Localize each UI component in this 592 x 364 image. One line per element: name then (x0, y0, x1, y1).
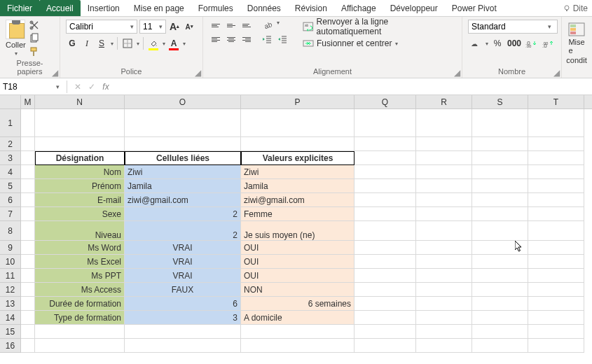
chevron-down-icon[interactable]: ▾ (127, 23, 137, 30)
cell[interactable] (21, 339, 35, 353)
accounting-format-button[interactable]: ☁ (468, 36, 483, 50)
cell[interactable] (354, 179, 416, 193)
cell[interactable]: Niveau (35, 221, 125, 241)
col-header-Q[interactable]: Q (354, 95, 416, 108)
cell[interactable] (416, 193, 472, 207)
cell[interactable] (472, 325, 528, 339)
cell[interactable]: Je suis moyen (ne) (241, 221, 354, 241)
cell[interactable]: Nom (35, 165, 125, 179)
font-name-input[interactable] (67, 22, 127, 31)
cell[interactable] (416, 241, 472, 255)
cell[interactable] (416, 311, 472, 325)
cell[interactable] (472, 297, 528, 311)
cell[interactable]: Ms PPT (35, 269, 125, 283)
percent-button[interactable]: % (490, 36, 505, 50)
cell[interactable]: Durée de formation (35, 297, 125, 311)
cell[interactable] (125, 109, 241, 137)
cell[interactable] (416, 269, 472, 283)
cell[interactable]: Type de formation (35, 311, 125, 325)
cell[interactable] (241, 137, 354, 151)
table-header[interactable]: Désignation (35, 151, 125, 165)
select-all-corner[interactable] (0, 95, 21, 108)
cell[interactable] (354, 207, 416, 221)
cell[interactable]: Ms Excel (35, 255, 125, 269)
tab-home[interactable]: Accueil (39, 0, 81, 16)
cell[interactable]: 3 (125, 311, 241, 325)
row-header-9[interactable]: 9 (0, 241, 20, 255)
cell[interactable] (354, 297, 416, 311)
cell[interactable] (416, 151, 472, 165)
cell[interactable] (35, 137, 125, 151)
cell[interactable]: Sexe (35, 207, 125, 221)
cell[interactable]: ziwi@gmail.com (125, 193, 241, 207)
paste-dropdown-icon[interactable]: ▾ (15, 50, 18, 57)
font-launcher-icon[interactable]: ◢ (194, 69, 201, 76)
cell[interactable] (354, 221, 416, 241)
cell[interactable] (416, 283, 472, 297)
cell[interactable] (472, 165, 528, 179)
row-header-16[interactable]: 16 (0, 339, 20, 353)
cut-icon[interactable] (29, 20, 40, 31)
cell[interactable] (528, 193, 584, 207)
tab-data[interactable]: Données (240, 0, 288, 16)
font-color-button[interactable]: A (167, 36, 180, 50)
orientation-button[interactable]: ab (261, 20, 275, 31)
cell[interactable] (528, 109, 584, 137)
underline-dropdown-icon[interactable]: ▾ (111, 41, 113, 47)
cell[interactable]: Jamila (125, 179, 241, 193)
row-header-13[interactable]: 13 (0, 297, 20, 311)
fill-color-dropdown-icon[interactable]: ▾ (163, 41, 165, 47)
name-box[interactable]: ▾ (0, 80, 67, 93)
cell[interactable] (21, 269, 35, 283)
cell[interactable] (354, 269, 416, 283)
cell[interactable] (416, 165, 472, 179)
cell[interactable] (241, 109, 354, 137)
cell[interactable] (354, 165, 416, 179)
cell[interactable]: 6 (125, 297, 241, 311)
clipboard-launcher-icon[interactable]: ◢ (51, 69, 58, 76)
row-header-12[interactable]: 12 (0, 283, 20, 297)
cell[interactable] (21, 221, 35, 241)
cell[interactable] (416, 179, 472, 193)
cell[interactable]: FAUX (125, 283, 241, 297)
row-header-8[interactable]: 8 (0, 221, 20, 241)
cell[interactable] (21, 207, 35, 221)
cell[interactable] (528, 207, 584, 221)
number-format-input[interactable] (469, 22, 544, 31)
paste-button[interactable]: Coller ▾ (6, 20, 26, 57)
cell[interactable]: OUI (241, 255, 354, 269)
cell[interactable] (528, 151, 584, 165)
col-header-O[interactable]: O (125, 95, 241, 108)
cell[interactable] (528, 137, 584, 151)
cell[interactable]: VRAI (125, 269, 241, 283)
cell[interactable] (354, 339, 416, 353)
align-right-button[interactable] (240, 34, 254, 45)
cell[interactable] (354, 255, 416, 269)
cell[interactable] (21, 283, 35, 297)
fill-color-button[interactable] (147, 36, 160, 50)
cell[interactable] (354, 283, 416, 297)
number-format-combo[interactable]: ▾ (468, 20, 558, 34)
wrap-text-button[interactable]: ab Renvoyer à la ligne automatiquement (298, 20, 456, 34)
cell[interactable] (528, 221, 584, 241)
cell[interactable] (21, 151, 35, 165)
cell[interactable] (125, 137, 241, 151)
col-header-P[interactable]: P (241, 95, 354, 108)
tab-developer[interactable]: Développeur (383, 0, 445, 16)
cell[interactable] (354, 241, 416, 255)
formula-input[interactable] (116, 80, 592, 93)
row-header-5[interactable]: 5 (0, 179, 20, 193)
tell-me[interactable]: Dite (563, 0, 592, 16)
orientation-dropdown-icon[interactable]: ▾ (277, 20, 280, 31)
col-header-R[interactable]: R (416, 95, 472, 108)
cell[interactable] (35, 325, 125, 339)
cell[interactable] (21, 311, 35, 325)
cell[interactable] (354, 193, 416, 207)
align-launcher-icon[interactable]: ◢ (453, 69, 460, 76)
cell[interactable] (354, 325, 416, 339)
cell[interactable] (528, 269, 584, 283)
cell[interactable] (354, 311, 416, 325)
cell[interactable] (472, 255, 528, 269)
cell[interactable]: OUI (241, 269, 354, 283)
cell[interactable]: Femme (241, 207, 354, 221)
